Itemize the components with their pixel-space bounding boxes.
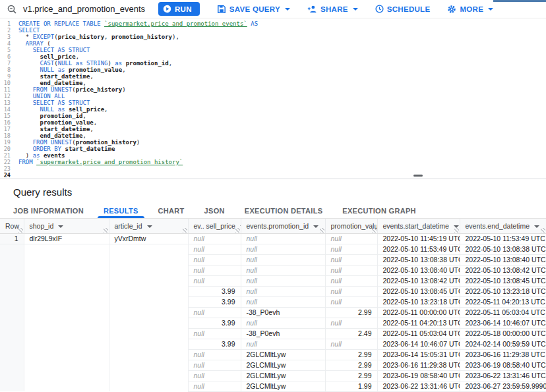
column-header-promotion_value[interactable]: promotion_value — [325, 219, 377, 233]
more-button[interactable]: MORE — [447, 5, 493, 14]
column-header-shop_id[interactable]: shop_id — [24, 219, 109, 233]
pane-resize-handle[interactable] — [413, 175, 423, 177]
column-header-label: events.promotion_id — [247, 222, 309, 230]
share-button[interactable]: SHARE — [307, 5, 358, 13]
cell-sell-price: null — [188, 307, 241, 318]
column-resize-handle[interactable] — [320, 228, 324, 233]
cell-promotion-id: 2GLCMltLyw — [241, 360, 325, 370]
column-resize-handle[interactable] — [235, 228, 240, 233]
tab-execution-details[interactable]: EXECUTION DETAILS — [235, 204, 333, 218]
column-header-events-end_datetime[interactable]: events.end_datetime — [460, 219, 546, 233]
column-menu-caret-icon[interactable] — [147, 225, 152, 228]
line-number: 19 — [0, 139, 15, 146]
column-header-article_id[interactable]: article_id — [109, 219, 188, 233]
cell-promotion-value: null — [325, 275, 377, 286]
sql-token: ), — [172, 34, 179, 40]
code-line: 8 NULL as promotion_value, — [0, 67, 546, 73]
tab-job-information[interactable]: JOB INFORMATION — [3, 204, 94, 218]
chevron-down-icon — [353, 8, 358, 11]
cell-start-datetime: 2023-06-22 13:31:46 UTC — [377, 381, 460, 391]
code-text: sell_price, — [15, 53, 79, 60]
cell-start-datetime: 2022-05-10 13:23:18 UTC — [377, 296, 460, 307]
line-number: 2 — [0, 27, 15, 34]
cell-start-datetime: 2022-05-10 13:08:45 UTC — [377, 286, 460, 296]
column-resize-handle[interactable] — [18, 228, 23, 233]
code-text: ARRAY ( — [15, 40, 51, 47]
line-number: 22 — [0, 159, 15, 165]
tab-results[interactable]: RESULTS — [94, 204, 148, 218]
sql-token: promotion_history — [76, 139, 136, 146]
cell-promotion-id: null — [241, 339, 325, 349]
code-text: start_datetime, — [15, 73, 94, 80]
code-line: 12 UNION ALL — [0, 93, 546, 99]
schedule-button[interactable]: SCHEDULE — [375, 5, 431, 13]
cell-promotion-id: 2GLCMltLyw — [241, 381, 325, 391]
column-resize-handle[interactable] — [541, 228, 545, 233]
column-resize-handle[interactable] — [104, 228, 108, 233]
column-menu-caret-icon[interactable] — [313, 225, 318, 228]
sql-token: price_history — [58, 34, 104, 40]
save-query-button[interactable]: SAVE QUERY — [217, 5, 290, 14]
table-reference-link[interactable]: `supermarket.price_and_promotion_events` — [104, 20, 247, 27]
cell-promotion-id: null — [241, 233, 325, 244]
editor-scrollbar-top[interactable] — [493, 0, 546, 2]
column-header-ev-sell_price[interactable]: ev.. sell_price — [188, 219, 241, 233]
code-text: ORDER BY start_datetime — [15, 146, 115, 152]
table-reference-link[interactable]: `supermarket.price_and_promotion_history… — [36, 159, 183, 165]
cell-start-datetime: 2023-06-16 11:29:38 UTC — [377, 360, 460, 370]
cell-article-id: yVxrDmtw — [109, 233, 188, 244]
code-line: 7 CAST(NULL as STRING) as promotion_id, — [0, 60, 546, 67]
line-number: 24 — [0, 172, 15, 179]
sql-token: promotion_id — [126, 60, 169, 67]
sql-token — [18, 146, 33, 152]
cell-promotion-id: -38_P0evh — [241, 328, 325, 339]
sql-token — [18, 60, 40, 67]
sql-editor[interactable]: 1CREATE OR REPLACE TABLE `supermarket.pr… — [0, 18, 546, 179]
sql-token: , — [76, 53, 79, 60]
sql-token — [18, 139, 33, 146]
sql-token — [18, 93, 33, 99]
sql-token: , — [104, 106, 107, 113]
sql-token: ) — [122, 86, 125, 93]
column-resize-handle[interactable] — [454, 228, 459, 233]
code-line: 10 end_datetime, — [0, 80, 546, 86]
column-menu-caret-icon[interactable] — [534, 225, 539, 228]
sql-token: , — [83, 113, 86, 119]
code-line: 18 end_datetime, — [0, 132, 546, 139]
line-number: 18 — [0, 132, 15, 139]
line-number: 5 — [0, 47, 15, 53]
sql-token: price_history — [76, 86, 122, 93]
results-table: Rowshop_idarticle_idev.. sell_priceevent… — [0, 219, 546, 392]
results-table-header: Rowshop_idarticle_idev.. sell_priceevent… — [0, 219, 546, 233]
line-number: 4 — [0, 40, 15, 47]
cell-sell-price: null — [188, 244, 241, 254]
column-header-events-promotion_id[interactable]: events.promotion_id — [241, 219, 325, 233]
tab-chart[interactable]: CHART — [148, 204, 195, 218]
column-menu-caret-icon[interactable] — [58, 225, 63, 228]
cell-sell-price: null — [188, 381, 241, 391]
sql-token — [18, 73, 40, 80]
cell-promotion-value: null — [325, 286, 377, 296]
column-header-events-start_datetime[interactable]: events.start_datetime — [377, 219, 460, 233]
cell-start-datetime: 2023-06-14 15:05:31 UTC — [377, 349, 460, 360]
column-resize-handle[interactable] — [183, 228, 187, 233]
cell-start-datetime: 2022-05-11 05:03:04 UTC — [377, 328, 460, 339]
cell-promotion-id: null — [241, 254, 325, 265]
play-circle-icon — [163, 5, 171, 13]
column-resize-handle[interactable] — [372, 228, 377, 233]
cell-sell-price: 3.99 — [188, 296, 241, 307]
tab-json[interactable]: JSON — [195, 204, 235, 218]
sql-token: start_datetime — [40, 73, 90, 80]
cell-end-datetime: 2022-05-11 04:20:13 UTC — [460, 296, 546, 307]
cell-end-datetime: 2022-05-10 13:08:45 UTC — [460, 275, 546, 286]
sql-token — [18, 99, 33, 106]
code-line: 1CREATE OR REPLACE TABLE `supermarket.pr… — [0, 20, 546, 27]
code-line: 3 * EXCEPT(price_history, promotion_hist… — [0, 34, 546, 40]
code-line: 22FROM `supermarket.price_and_promotion_… — [0, 159, 546, 165]
cell-end-datetime: 2023-06-16 11:29:38 UTC — [460, 349, 546, 360]
query-magnifier-icon — [7, 4, 17, 14]
tab-execution-graph[interactable]: EXECUTION GRAPH — [332, 204, 425, 218]
run-button[interactable]: RUN — [158, 2, 200, 16]
sql-token: ARRAY — [26, 40, 44, 47]
cell-shop-id: dlr29L9xIF — [24, 233, 109, 244]
